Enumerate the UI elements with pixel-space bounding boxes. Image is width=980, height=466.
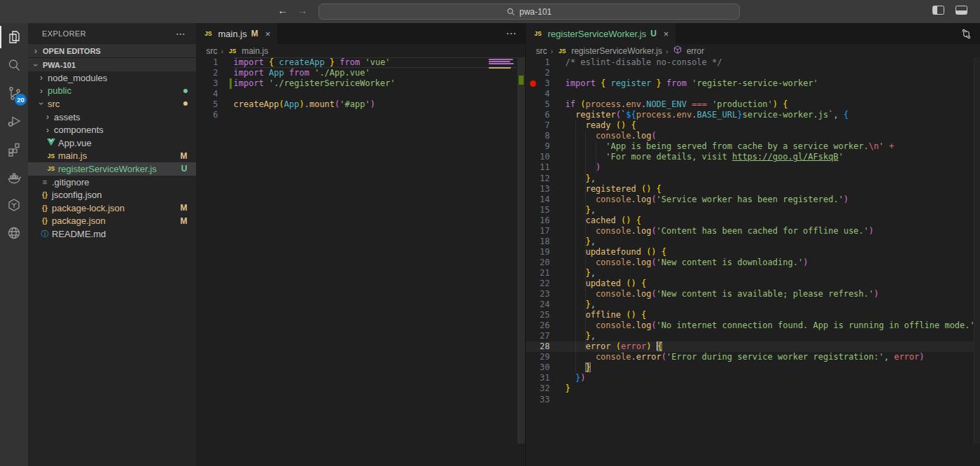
code-line-22[interactable]: 22 updated () { [526, 278, 980, 289]
code-line-24[interactable]: 24 }, [526, 299, 980, 310]
line-number-gutter[interactable]: 9 [526, 141, 566, 152]
run-debug-icon[interactable] [0, 107, 28, 135]
line-number-gutter[interactable]: 30 [526, 362, 566, 373]
line-number-gutter[interactable]: 21 [526, 268, 566, 278]
code-line-20[interactable]: 20 console.log('New content is downloadi… [526, 257, 980, 268]
globe-extension-icon[interactable] [0, 219, 28, 247]
tree-item-readme-md[interactable]: ⓘREADME.md [28, 227, 196, 241]
code-line-31[interactable]: 31 }) [526, 373, 980, 383]
line-number-gutter[interactable]: 2 [196, 68, 234, 78]
open-editors-section[interactable]: › OPEN EDITORS [28, 43, 196, 57]
breadcrumb-item[interactable]: registerServiceWorker.js [571, 46, 662, 56]
code-line-33[interactable]: 33 [526, 395, 980, 405]
tree-item-components[interactable]: ›components [28, 123, 196, 136]
tree-item-public[interactable]: ›public [28, 85, 196, 98]
breadcrumb[interactable]: src›JSmain.js [196, 44, 525, 57]
tree-item-node-modules[interactable]: ›node_modules [28, 71, 196, 85]
line-number-gutter[interactable]: 4 [526, 89, 566, 99]
line-number-gutter[interactable]: 6 [196, 110, 234, 120]
code-line-2[interactable]: 2import App from './App.vue' [196, 68, 525, 78]
tree-item-app-vue[interactable]: App.vue [28, 136, 196, 150]
line-number-gutter[interactable]: 11 [526, 162, 566, 173]
breakpoint-icon[interactable] [530, 80, 536, 87]
code-line-27[interactable]: 27 }, [526, 331, 980, 341]
code-line-8[interactable]: 8 console.log( [526, 131, 980, 141]
line-number-gutter[interactable]: 31 [526, 373, 566, 383]
breadcrumb-item[interactable]: main.js [241, 46, 268, 56]
code-line-14[interactable]: 14 console.log('Service worker has been … [526, 195, 980, 205]
source-control-icon[interactable]: 20 [0, 79, 28, 107]
line-number-gutter[interactable]: 13 [526, 184, 566, 195]
code-line-12[interactable]: 12 }, [526, 174, 980, 184]
search-sidebar-icon[interactable] [0, 51, 28, 79]
code-line-9[interactable]: 9 'App is being served from cache by a s… [526, 141, 980, 152]
line-number-gutter[interactable]: 26 [526, 320, 566, 331]
code-line-23[interactable]: 23 console.log('New content is available… [526, 289, 980, 299]
code-line-1[interactable]: 1/* eslint-disable no-console */ [526, 57, 980, 68]
line-number-gutter[interactable]: 7 [526, 120, 566, 131]
tree-item-registerserviceworker-js[interactable]: JSregisterServiceWorker.jsU [28, 162, 196, 176]
close-icon[interactable]: × [265, 29, 271, 39]
code-line-19[interactable]: 19 updatefound () { [526, 247, 980, 257]
code-line-30[interactable]: 30 } [526, 362, 980, 373]
line-number-gutter[interactable]: 8 [526, 131, 566, 141]
code-editor-main-js[interactable]: 1import { createApp } from 'vue'2import … [196, 57, 525, 444]
sync-changes-icon[interactable] [961, 23, 972, 44]
tab-main-js[interactable]: JS main.js M × [196, 23, 278, 44]
code-line-4[interactable]: 4 [196, 89, 525, 99]
line-number-gutter[interactable]: 27 [526, 331, 566, 341]
breadcrumb-item[interactable]: src [206, 46, 218, 56]
code-line-15[interactable]: 15 }, [526, 205, 980, 216]
code-line-11[interactable]: 11 ) [526, 162, 980, 173]
hexagon-extension-icon[interactable] [0, 191, 28, 219]
code-line-6[interactable]: 6 register(`${process.env.BASE_URL}servi… [526, 110, 980, 120]
code-line-26[interactable]: 26 console.log('No internet connection f… [526, 320, 980, 331]
line-number-gutter[interactable]: 16 [526, 216, 566, 226]
line-number-gutter[interactable]: 24 [526, 299, 566, 310]
code-line-3[interactable]: 3import './registerServiceWorker' [196, 78, 525, 89]
tree-item--gitignore[interactable]: ≡.gitignore [28, 176, 196, 189]
line-number-gutter[interactable]: 25 [526, 310, 566, 320]
breadcrumb-item[interactable]: error [687, 46, 704, 56]
tree-item-jsconfig-json[interactable]: {}jsconfig.json [28, 188, 196, 202]
code-editor-register-service-worker[interactable]: 1/* eslint-disable no-console */23import… [526, 57, 980, 444]
toggle-sidebar-icon[interactable] [932, 6, 944, 15]
code-line-16[interactable]: 16 cached () { [526, 216, 980, 226]
line-number-gutter[interactable]: 29 [526, 352, 566, 362]
code-line-28[interactable]: 28 error (error) { [526, 341, 980, 352]
line-number-gutter[interactable]: 6 [526, 110, 566, 120]
code-line-2[interactable]: 2 [526, 68, 980, 78]
line-number-gutter[interactable]: 2 [526, 68, 566, 78]
code-line-13[interactable]: 13 registered () { [526, 184, 980, 195]
line-number-gutter[interactable]: 5 [526, 99, 566, 110]
breadcrumb[interactable]: src›JSregisterServiceWorker.js›error [526, 44, 980, 57]
editor-actions-ellipsis-icon[interactable]: ⋯ [506, 23, 517, 44]
line-number-gutter[interactable]: 15 [526, 205, 566, 216]
close-icon[interactable]: × [664, 29, 669, 39]
project-root-section[interactable]: › PWA-101 [28, 57, 196, 71]
line-number-gutter[interactable]: 1 [196, 57, 234, 68]
line-number-gutter[interactable]: 32 [526, 383, 566, 394]
line-number-gutter[interactable]: 12 [526, 174, 566, 184]
docker-icon[interactable] [0, 163, 28, 191]
overview-ruler[interactable] [517, 57, 525, 444]
tab-register-service-worker[interactable]: JS registerServiceWorker.js U × [526, 23, 676, 44]
code-line-32[interactable]: 32} [526, 383, 980, 394]
code-line-7[interactable]: 7 ready () { [526, 120, 980, 131]
line-number-gutter[interactable]: 4 [196, 89, 234, 99]
code-line-6[interactable]: 6 [196, 110, 525, 120]
code-line-25[interactable]: 25 offline () { [526, 310, 980, 320]
line-number-gutter[interactable]: 14 [526, 195, 566, 205]
code-line-29[interactable]: 29 console.error('Error during service w… [526, 352, 980, 362]
line-number-gutter[interactable]: 18 [526, 236, 566, 247]
tree-item-assets[interactable]: ›assets [28, 111, 196, 124]
explorer-actions-icon[interactable]: ⋯ [176, 28, 186, 39]
tree-item-main-js[interactable]: JSmain.jsM [28, 150, 196, 163]
breadcrumb-item[interactable]: src [536, 46, 547, 56]
code-line-5[interactable]: 5createApp(App).mount('#app') [196, 99, 525, 110]
code-line-18[interactable]: 18 }, [526, 236, 980, 247]
line-number-gutter[interactable]: 10 [526, 152, 566, 162]
command-center-search[interactable]: pwa-101 [318, 3, 740, 20]
line-number-gutter[interactable]: 17 [526, 226, 566, 236]
line-number-gutter[interactable]: 3 [196, 78, 234, 89]
